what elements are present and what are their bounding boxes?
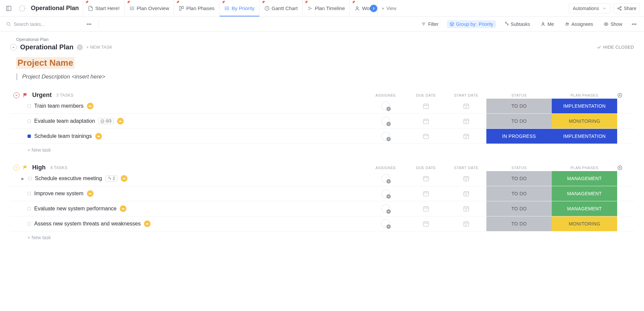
task-status-dot[interactable] [28, 192, 31, 195]
start-date-cell[interactable] [446, 171, 486, 186]
task-name[interactable]: Evaluate team adaptation [34, 118, 95, 124]
due-date-cell[interactable] [406, 201, 446, 216]
col-header-phase[interactable]: PLAN PHASES [552, 166, 617, 170]
start-date-cell[interactable] [446, 129, 486, 144]
start-date-cell[interactable] [446, 186, 486, 201]
add-assignee-icon[interactable] [381, 174, 390, 183]
phase-cell[interactable]: MONITORING [552, 114, 617, 128]
priority-pill[interactable] [120, 205, 126, 212]
assignees-button[interactable]: Assignees [562, 20, 596, 28]
add-assignee-icon[interactable] [381, 132, 390, 141]
assignee-cell[interactable] [366, 114, 406, 128]
col-header-status[interactable]: STATUS [486, 166, 552, 170]
phase-cell[interactable]: MANAGEMENT [552, 171, 617, 186]
task-status-dot[interactable] [28, 135, 31, 138]
assignee-cell[interactable] [366, 99, 406, 113]
add-assignee-icon[interactable] [381, 204, 390, 213]
status-cell[interactable]: TO DO [486, 186, 552, 201]
start-date-cell[interactable] [446, 201, 486, 216]
task-status-dot[interactable] [28, 104, 31, 108]
new-task-button[interactable]: + NEW TASK [86, 45, 112, 50]
new-task-row[interactable]: + New task [10, 144, 634, 153]
task-name[interactable]: Train team members [34, 103, 84, 109]
tab-plan-phases[interactable]: 📌 Plan Phases [174, 0, 219, 16]
task-name[interactable]: Schedule executive meeting [35, 175, 102, 182]
due-date-cell[interactable] [406, 186, 446, 201]
tab-plan-timeline[interactable]: 📌 Plan Timeline [302, 0, 350, 16]
phase-cell[interactable]: MANAGEMENT [552, 201, 617, 216]
assignee-cell[interactable] [366, 216, 406, 231]
group-title[interactable]: High [32, 164, 46, 171]
project-description[interactable]: Project Description <insert here> [16, 73, 634, 80]
group-title[interactable]: Urgent [32, 92, 52, 99]
add-assignee-icon[interactable] [381, 102, 390, 110]
start-date-cell[interactable] [446, 99, 486, 113]
tab-by-priority[interactable]: 📌 By Priority [219, 0, 259, 16]
task-name[interactable]: Evaluate new system performance [34, 206, 116, 212]
col-header-start[interactable]: START DATE [446, 166, 486, 170]
priority-pill[interactable] [87, 190, 94, 197]
task-row[interactable]: Assess new system threats and weaknesses… [10, 216, 634, 231]
col-header-due[interactable]: DUE DATE [406, 166, 446, 170]
group-collapse-button[interactable] [13, 165, 19, 171]
task-row[interactable]: Train team membersTO DOIMPLEMENTATION [10, 99, 634, 114]
share-button[interactable]: Share [613, 3, 640, 13]
col-header-assignee[interactable]: ASSIGNEE [366, 93, 406, 97]
tab-gantt-chart[interactable]: 📌 Gantt Chart [259, 0, 303, 16]
task-row[interactable]: Improve new systemTO DOMANAGEMENT [10, 186, 634, 201]
priority-pill[interactable] [121, 175, 127, 182]
task-name[interactable]: Improve new system [34, 191, 84, 197]
tab-plan-overview[interactable]: 📌 Plan Overview [124, 0, 174, 16]
assignee-cell[interactable] [366, 186, 406, 201]
sidebar-toggle[interactable] [4, 4, 13, 13]
add-assignee-icon[interactable] [381, 219, 390, 228]
phase-cell[interactable]: MONITORING [552, 216, 617, 231]
due-date-cell[interactable] [406, 171, 446, 186]
search-box[interactable] [6, 21, 80, 27]
task-status-dot[interactable] [28, 177, 32, 180]
start-date-cell[interactable] [446, 114, 486, 128]
expand-caret-icon[interactable]: ▶ [21, 177, 25, 180]
group-collapse-button[interactable] [13, 92, 19, 98]
phase-cell[interactable]: MANAGEMENT [552, 186, 617, 201]
task-row[interactable]: Evaluate team adaptation0/3TO DOMONITORI… [10, 114, 634, 129]
hide-closed-button[interactable]: HIDE CLOSED [597, 45, 634, 50]
tab-workload[interactable]: 📌 Wor [350, 0, 372, 16]
start-date-cell[interactable] [446, 216, 486, 231]
due-date-cell[interactable] [406, 99, 446, 113]
phase-cell[interactable]: IMPLEMENTATION [552, 129, 617, 144]
tab-start-here[interactable]: 📌 Start Here! [83, 0, 124, 16]
assignee-cell[interactable] [366, 171, 406, 186]
assignee-cell[interactable] [366, 129, 406, 144]
task-status-dot[interactable] [28, 207, 31, 210]
project-name[interactable]: Project Name [16, 57, 74, 69]
due-date-cell[interactable] [406, 216, 446, 231]
groupby-button[interactable]: Group by: Priority [447, 20, 496, 28]
task-row[interactable]: Schedule team trainingsIN PROGRESSIMPLEM… [10, 129, 634, 144]
show-button[interactable]: Show [601, 20, 625, 28]
new-task-row[interactable]: + New task [10, 231, 634, 240]
status-cell[interactable]: TO DO [486, 201, 552, 216]
priority-pill[interactable] [95, 133, 102, 140]
phase-cell[interactable]: IMPLEMENTATION [552, 99, 617, 113]
search-input[interactable] [14, 21, 67, 27]
info-icon[interactable]: i [77, 44, 83, 50]
priority-pill[interactable] [144, 220, 151, 227]
breadcrumb[interactable]: Operational Plan [16, 37, 634, 42]
status-cell[interactable]: TO DO [486, 216, 552, 231]
search-more-button[interactable]: ••• [85, 20, 93, 28]
collapse-all-button[interactable] [10, 44, 17, 51]
task-row[interactable]: Evaluate new system performanceTO DOMANA… [10, 201, 634, 216]
priority-pill[interactable] [87, 103, 94, 109]
col-header-due[interactable]: DUE DATE [406, 93, 446, 97]
status-cell[interactable]: TO DO [486, 99, 552, 113]
workspace-title[interactable]: Operational Plan [31, 5, 79, 12]
due-date-cell[interactable] [406, 129, 446, 144]
add-view-button[interactable]: + View [377, 0, 400, 16]
task-status-dot[interactable] [28, 222, 31, 225]
add-assignee-icon[interactable] [381, 117, 390, 125]
task-status-dot[interactable] [28, 119, 31, 123]
subtasks-button[interactable]: Subtasks [501, 20, 533, 28]
me-button[interactable]: Me [538, 20, 556, 28]
automations-button[interactable]: Automations [569, 3, 611, 13]
